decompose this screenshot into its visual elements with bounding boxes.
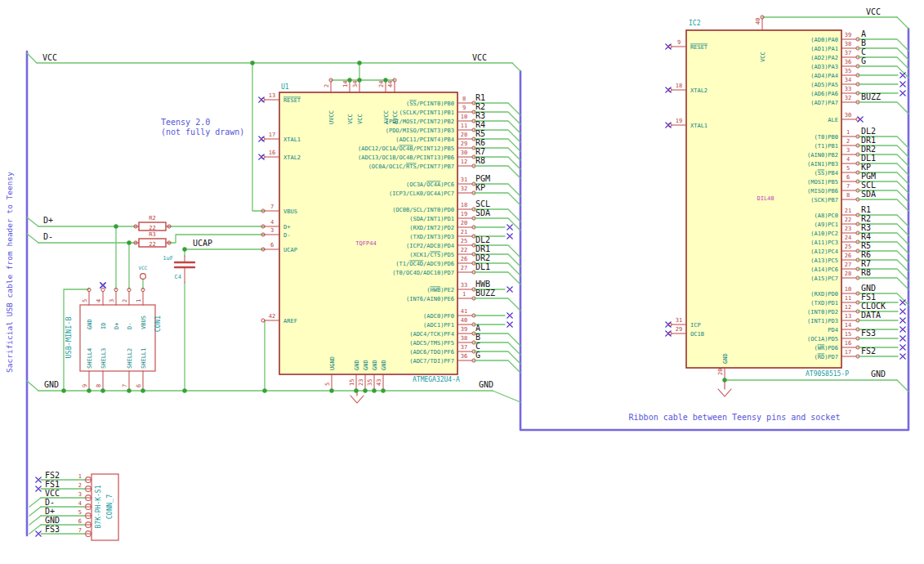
pin-number: 9 xyxy=(462,105,466,111)
pin-name: GND xyxy=(363,360,369,370)
pin-name: (RXD/INT2)PD2 xyxy=(409,225,454,231)
pin-name: AVCC xyxy=(392,110,399,124)
ic-ref-ic2: IC2 xyxy=(689,20,701,27)
junction-dot xyxy=(250,60,254,65)
pin-number: 11 xyxy=(461,123,467,129)
pin-name: RESET xyxy=(283,97,301,104)
wire xyxy=(474,298,520,311)
pin-name: AVCC xyxy=(383,110,390,124)
wire xyxy=(858,66,908,78)
pin-name: (T0/OC4D/ADC10)PD7 xyxy=(392,270,454,276)
junction-dot xyxy=(357,60,361,65)
pin-name: (ADC11/PCINT4)PB4 xyxy=(395,137,454,143)
pin-name: GND xyxy=(381,360,387,370)
pin-name: (AD5)PA5 xyxy=(810,82,838,88)
junction-dot xyxy=(141,388,145,392)
pin-name: PD4 xyxy=(828,327,838,333)
junction-dot xyxy=(114,224,118,228)
wire xyxy=(27,53,37,63)
pin-number: 9 xyxy=(82,384,88,387)
junction-dot xyxy=(61,388,65,392)
pin-number: 39 xyxy=(845,32,851,38)
junction-dot xyxy=(127,388,131,392)
ic-package-ic2: DIL40 xyxy=(757,195,774,202)
pin-name: (A15)PC7 xyxy=(810,275,838,282)
pin-number: 6 xyxy=(846,174,850,181)
pin-number: 33 xyxy=(461,282,467,289)
pin-name: (OC0A/OC1C/RTS/PCINT7)PB7 xyxy=(368,163,454,170)
net-label-D+: D+ xyxy=(45,507,55,516)
pin-number: 16 xyxy=(269,150,275,156)
net-label-FS3: FS3 xyxy=(45,525,60,534)
pin-number: 30 xyxy=(461,150,467,156)
net-label-A: A xyxy=(475,324,480,333)
net-label-D-: D- xyxy=(43,232,53,241)
net-label-PGM: PGM xyxy=(475,174,490,183)
pin-name: D+ xyxy=(114,323,120,329)
pin-name: OC1B xyxy=(690,331,704,338)
no-connect-dot xyxy=(902,302,904,303)
pin-name: (XCK1/CTS)PD5 xyxy=(409,252,454,258)
pin-name: (ADC13/OC1B/OC4B/PCINT13)PB6 xyxy=(358,154,454,161)
wire xyxy=(897,17,908,29)
pin-name: (ICP3/CLK0/OC4A)PC7 xyxy=(389,190,454,197)
net-label-DL2: DL2 xyxy=(475,235,490,244)
junction-dot xyxy=(127,240,131,244)
junction-dot xyxy=(182,388,186,392)
pin-name: D- xyxy=(283,232,290,239)
pin-number: 21 xyxy=(845,208,851,214)
pin-name: XTAL2 xyxy=(283,154,301,161)
pin-name: (A12)PC4 xyxy=(810,248,838,255)
pin-number: 2 xyxy=(78,482,82,489)
pin-number: 4 xyxy=(270,219,274,226)
pin-number: 8 xyxy=(96,384,102,387)
pin-number: 18 xyxy=(676,83,682,89)
net-label-GND: GND xyxy=(871,369,886,378)
net-label-R5: R5 xyxy=(475,129,485,138)
pin-number: 26 xyxy=(845,253,851,259)
pin-name: (OC0B/SCL/INT0)PD0 xyxy=(392,207,454,213)
pin-number: 5 xyxy=(324,383,331,386)
pin-number: 4 xyxy=(846,156,850,163)
pin-number: 35 xyxy=(845,68,851,74)
wire xyxy=(29,498,41,507)
pin-name: (TXD/INT3)PD3 xyxy=(409,234,454,240)
pin-number: 5 xyxy=(82,299,88,302)
ic-ref-u1: U1 xyxy=(281,83,289,91)
no-connect-dot xyxy=(102,284,104,286)
pin-name: (INT1)PD3 xyxy=(807,318,838,325)
net-label-SDA: SDA xyxy=(475,208,490,217)
net-label-FS3: FS3 xyxy=(861,329,876,338)
pin-name: ICP xyxy=(690,322,701,329)
pin-number: 17 xyxy=(269,132,275,138)
pin-number: 2 xyxy=(122,299,128,302)
pin-number: 32 xyxy=(845,95,851,101)
no-connect-dot xyxy=(38,488,39,490)
conn7-value: B7K-PH-K-S1 xyxy=(95,485,102,528)
junction-dot xyxy=(363,388,367,392)
net-label-SDA: SDA xyxy=(861,190,876,199)
pin-name: (ADC1)PF1 xyxy=(423,322,454,329)
pin-name: (AD6)PA6 xyxy=(810,91,838,97)
wire xyxy=(897,380,908,392)
net-label-R2: R2 xyxy=(861,214,871,223)
junction-dot xyxy=(722,378,726,382)
ground-symbol xyxy=(718,389,731,396)
pin-name: VCC xyxy=(760,51,766,62)
pin-name: (A14)PC6 xyxy=(810,266,838,273)
pin-name: AREF xyxy=(283,318,297,325)
pin-name: (ADC5/TMS)PF5 xyxy=(409,340,454,347)
pin-number: 40 xyxy=(461,317,467,324)
no-connect-dot xyxy=(261,138,262,140)
schematic-page: U1ATMEGA32U4-ATQFP4413RESET17XTAL116XTAL… xyxy=(0,0,924,564)
note-ribbon-note: Ribbon cable between Teensy pins and soc… xyxy=(629,413,841,422)
pin-name: (ADC7/TDI)PF7 xyxy=(409,358,454,365)
net-label-R4: R4 xyxy=(475,120,485,129)
pin-number: 20 xyxy=(717,369,724,375)
pin-number: 26 xyxy=(461,256,467,262)
net-label-HWB: HWB xyxy=(475,280,490,289)
conn7-ref: CONN_7 xyxy=(105,495,114,520)
net-label-R1: R1 xyxy=(475,93,485,102)
net-label-C: C xyxy=(475,342,480,351)
net-label-DL2: DL2 xyxy=(861,127,876,136)
